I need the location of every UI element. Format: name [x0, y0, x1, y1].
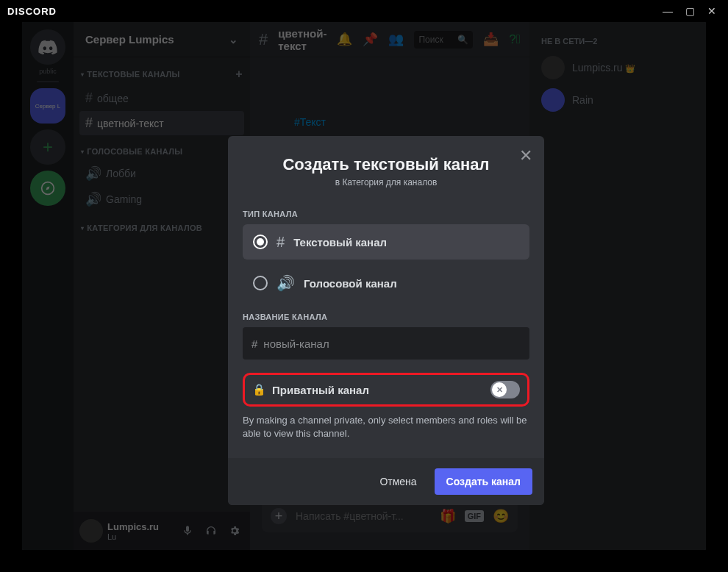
window-close-button[interactable]: ✕: [703, 4, 721, 18]
create-channel-button[interactable]: Создать канал: [435, 468, 532, 495]
window-titlebar: DISCORD — ▢ ✕: [0, 0, 728, 22]
channel-type-text[interactable]: # Текстовый канал: [243, 224, 529, 260]
close-icon[interactable]: ✕: [519, 146, 532, 165]
private-description: By making a channel private, only select…: [243, 414, 529, 440]
hash-icon: #: [251, 337, 257, 350]
lock-icon: 🔒: [252, 383, 266, 396]
channel-name-input[interactable]: # новый-канал: [243, 327, 529, 360]
channel-type-label: ТИП КАНАЛА: [243, 210, 529, 218]
create-channel-modal: ✕ Создать текстовый канал в Категория дл…: [228, 136, 544, 505]
channel-name-placeholder: новый-канал: [263, 337, 329, 350]
speaker-icon: 🔊: [276, 274, 295, 292]
window-minimize-button[interactable]: —: [659, 4, 677, 18]
channel-name-label: НАЗВАНИЕ КАНАЛА: [243, 312, 529, 321]
radio-selected: [253, 235, 268, 249]
private-label: Приватный канал: [272, 384, 369, 396]
modal-title: Создать текстовый канал: [228, 136, 544, 174]
modal-subtitle: в Категория для каналов: [228, 177, 544, 187]
window-maximize-button[interactable]: ▢: [681, 4, 699, 18]
hash-icon: #: [276, 234, 285, 251]
channel-type-voice[interactable]: 🔊 Голосовой канал: [243, 265, 529, 301]
cancel-button[interactable]: Отмена: [368, 468, 428, 495]
radio-unselected: [253, 276, 268, 290]
discord-wordmark: DISCORD: [7, 6, 57, 17]
toggle-off[interactable]: [490, 381, 520, 398]
private-channel-toggle-row[interactable]: 🔒 Приватный канал: [243, 373, 529, 407]
